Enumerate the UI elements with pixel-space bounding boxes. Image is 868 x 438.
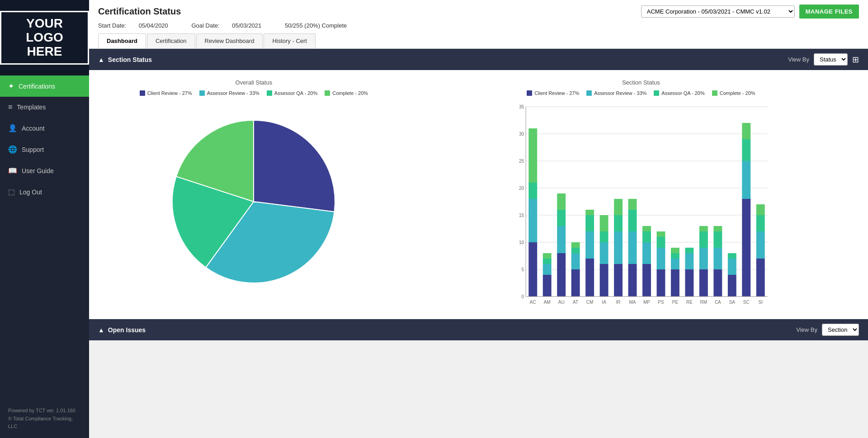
svg-text:SC: SC	[743, 300, 750, 305]
bar-segment-CA-qa	[713, 231, 722, 248]
bar-segment-PE-client	[671, 269, 679, 297]
certifications-icon: ✦	[8, 82, 14, 90]
bar-segment-AM-complete	[543, 253, 552, 259]
open-issues-view-by-label: View By	[796, 326, 817, 333]
cert-select[interactable]: ACME Corporation - 05/03/2021 - CMMC v1.…	[641, 5, 795, 18]
bar-segment-PS-qa	[656, 237, 665, 248]
log-out-icon: ⬚	[8, 188, 15, 196]
bar-segment-MA-complete	[628, 199, 637, 210]
svg-text:5: 5	[521, 267, 524, 272]
bar-segment-SI-complete	[756, 204, 765, 215]
svg-text:25: 25	[519, 159, 524, 164]
bar-segment-AC-complete	[528, 128, 537, 183]
pie-legend-item-assessor-review: Assessor Review - 33%	[199, 90, 259, 96]
progress-text: 50/255 (20%) Complete	[285, 22, 347, 29]
logo-box: YOUR LOGO HERE	[0, 11, 89, 64]
bar-segment-AM-client	[543, 275, 552, 297]
bar-segment-IR-complete	[614, 199, 623, 215]
pie-legend-item-client-review: Client Review - 27%	[140, 90, 192, 96]
pie-chart-container: Overall Status Client Review - 27%Assess…	[98, 79, 410, 310]
header: Certification Status ACME Corporation - …	[89, 0, 868, 49]
bar-chart-svg: 05101520253035ACAMAUATCMIAIRMAMPPSPERERM…	[510, 102, 772, 310]
bar-segment-RE-client	[685, 269, 693, 297]
bar-segment-RM-client	[699, 269, 708, 297]
bar-legend-item-assessor-qa: Assessor QA - 20%	[654, 90, 704, 96]
logo-text: YOUR LOGO HERE	[26, 16, 63, 58]
pie-legend-item-assessor-qa: Assessor QA - 20%	[267, 90, 317, 96]
bar-segment-AU-assessor	[557, 226, 566, 253]
bar-chart-title: Section Status	[622, 79, 660, 86]
account-icon: 👤	[8, 124, 17, 132]
bar-segment-AT-complete	[571, 242, 580, 248]
nav-items: ✦ Certifications≡ Templates👤 Account🌐 Su…	[0, 75, 89, 203]
bar-segment-RM-qa	[699, 231, 708, 248]
manage-files-button[interactable]: MANAGE FILES	[799, 5, 859, 19]
svg-text:AC: AC	[530, 300, 536, 305]
bar-segment-AU-complete	[557, 193, 566, 210]
bar-segment-SC-client	[742, 199, 750, 297]
svg-text:AM: AM	[544, 300, 551, 305]
section-collapse-icon[interactable]: ▲	[98, 56, 104, 63]
pie-chart-svg	[159, 102, 349, 297]
svg-text:CM: CM	[586, 300, 594, 305]
sidebar-item-certifications[interactable]: ✦ Certifications	[0, 75, 89, 97]
tab-review-dashboard[interactable]: Review Dashboard	[196, 33, 263, 48]
bar-segment-PS-assessor	[656, 248, 665, 269]
svg-text:RM: RM	[700, 300, 707, 305]
sidebar-item-label: Certifications	[19, 83, 55, 90]
open-issues-collapse-icon[interactable]: ▲	[98, 326, 104, 334]
svg-text:AU: AU	[558, 300, 565, 305]
bar-segment-CA-assessor	[713, 248, 722, 269]
sidebar-item-templates[interactable]: ≡ Templates	[0, 97, 89, 118]
bar-segment-RE-qa	[685, 248, 693, 253]
sidebar-item-support[interactable]: 🌐 Support	[0, 139, 89, 160]
bar-segment-SC-assessor	[742, 161, 750, 199]
bar-segment-SI-client	[756, 259, 765, 297]
sidebar-item-log-out[interactable]: ⬚ Log Out	[0, 181, 89, 203]
bar-segment-AT-assessor	[571, 253, 580, 269]
tab-history-cert[interactable]: History - Cert	[264, 33, 316, 48]
bar-segment-AC-qa	[528, 183, 537, 199]
footer-line1: Powered by TCT ver. 1.01.160	[8, 407, 81, 415]
open-issues-bar-left: ▲ Open Issues	[98, 326, 146, 334]
bar-segment-MP-qa	[642, 231, 651, 242]
bar-segment-IR-qa	[614, 215, 623, 231]
bar-segment-MP-complete	[642, 226, 651, 231]
svg-text:RE: RE	[686, 300, 693, 305]
sidebar-item-label: Templates	[17, 104, 46, 111]
footer-line2: © Total Compliance Tracking, LLC	[8, 415, 81, 431]
bar-segment-CM-qa	[585, 215, 594, 231]
tab-dashboard[interactable]: Dashboard	[98, 33, 146, 48]
svg-text:30: 30	[519, 132, 524, 137]
tab-certification[interactable]: Certification	[147, 33, 195, 48]
grid-icon[interactable]: ⊞	[852, 55, 859, 65]
bar-legend-item-client-review: Client Review - 27%	[527, 90, 579, 96]
bar-segment-SA-assessor	[728, 259, 736, 275]
sidebar-item-account[interactable]: 👤 Account	[0, 118, 89, 139]
bar-segment-AU-client	[557, 253, 566, 297]
open-issues-bar-right: View By Section	[796, 324, 859, 336]
content-area[interactable]: ▲ Section Status View By Status ⊞ Overal…	[89, 49, 868, 438]
sidebar-item-label: User Guide	[22, 167, 54, 174]
page-title: Certification Status	[98, 6, 181, 17]
sidebar-item-user-guide[interactable]: 📖 User Guide	[0, 160, 89, 181]
svg-text:0: 0	[521, 294, 524, 299]
bar-segment-IR-client	[614, 264, 623, 297]
bar-segment-SI-qa	[756, 215, 765, 231]
open-issues-bar: ▲ Open Issues View By Section	[89, 319, 868, 340]
svg-text:AT: AT	[573, 300, 578, 305]
view-by-select[interactable]: Status	[814, 53, 848, 66]
svg-text:35: 35	[519, 104, 524, 109]
bar-segment-AU-qa	[557, 210, 566, 226]
open-issues-view-by-select[interactable]: Section	[822, 324, 859, 336]
bar-segment-IA-client	[600, 264, 609, 297]
bar-segment-AM-qa	[543, 259, 552, 264]
svg-text:MA: MA	[629, 300, 636, 305]
bar-chart-container: Section Status Client Review - 27%Assess…	[423, 79, 859, 310]
start-date-label: Start Date: 05/04/2020	[98, 22, 179, 29]
section-status-label: Section Status	[108, 56, 152, 63]
pie-legend: Client Review - 27%Assessor Review - 33%…	[140, 90, 368, 96]
bar-segment-MP-assessor	[642, 242, 651, 264]
svg-text:PS: PS	[658, 300, 664, 305]
logo-area: YOUR LOGO HERE	[0, 0, 89, 75]
